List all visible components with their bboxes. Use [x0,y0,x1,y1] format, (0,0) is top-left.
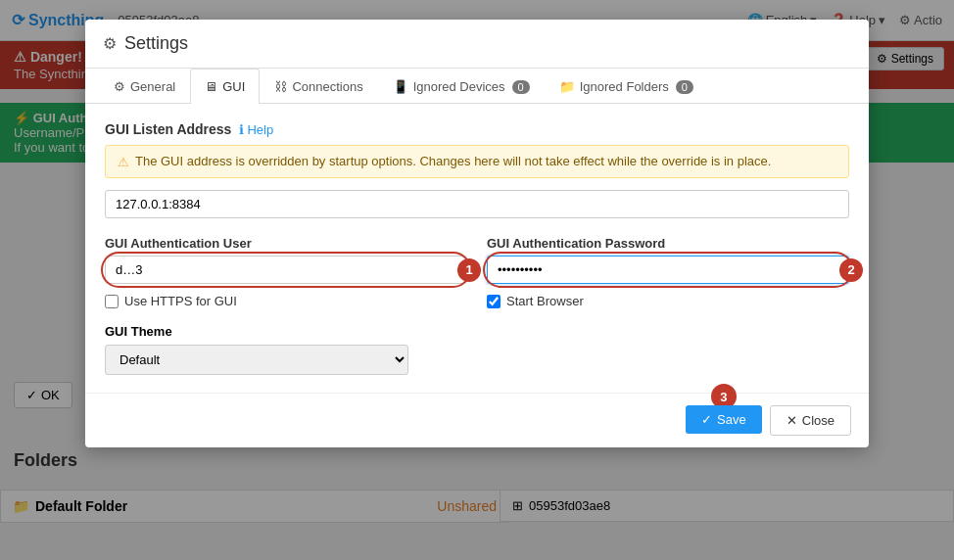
folder-icon-tab: 📁 [559,79,575,94]
modal-header: ⚙ Settings [85,20,869,69]
use-https-row: Use HTTPS for GUI [105,294,467,308]
auth-form-row: GUI Authentication User 1 Use HTTPS for … [105,236,849,308]
auth-password-label: GUI Authentication Password [487,236,849,251]
listen-address-help-link[interactable]: ℹ Help [239,122,273,137]
info-icon: ℹ [239,122,244,137]
ignored-devices-badge: 0 [512,80,530,94]
warning-text: The GUI address is overridden by startup… [135,154,771,168]
tab-connections[interactable]: ⛓ Connections [260,69,377,104]
modal-footer: 3 ✓ Save ✕ Close [85,393,869,447]
start-browser-row: Start Browser [487,294,849,308]
auth-password-input-wrapper: 2 [487,256,849,284]
auth-user-input[interactable] [105,256,467,284]
warning-box: ⚠ The GUI address is overridden by start… [105,145,849,178]
check-icon-save: ✓ [701,412,712,427]
use-https-checkbox[interactable] [105,295,119,308]
theme-select[interactable]: Default Dark Black [105,345,408,375]
gui-theme-section: GUI Theme Default Dark Black [105,324,849,375]
devices-icon: 📱 [393,79,408,94]
annotation-circle-2: 2 [839,258,863,282]
connections-icon: ⛓ [274,79,287,94]
listen-address-section-header: GUI Listen Address ℹ Help [105,121,849,137]
start-browser-checkbox[interactable] [487,295,501,308]
monitor-icon: 🖥 [205,79,217,94]
auth-password-group: GUI Authentication Password 2 Start Brow… [487,236,849,308]
modal-body: GUI Listen Address ℹ Help ⚠ The GUI addr… [85,104,869,393]
start-browser-label: Start Browser [506,294,584,308]
use-https-label: Use HTTPS for GUI [124,294,237,308]
tab-gui[interactable]: 🖥 GUI [190,69,260,104]
tab-ignored-folders[interactable]: 📁 Ignored Folders 0 [545,69,708,104]
listen-address-title: GUI Listen Address [105,121,231,137]
auth-user-input-wrapper: 1 [105,256,467,284]
times-icon: ✕ [787,413,797,428]
auth-user-label: GUI Authentication User [105,236,467,251]
tab-general[interactable]: ⚙ General [99,69,190,104]
auth-user-group: GUI Authentication User 1 Use HTTPS for … [105,236,467,308]
close-button[interactable]: ✕ Close [770,405,851,436]
gui-theme-label: GUI Theme [105,324,849,339]
listen-address-input[interactable] [105,190,849,218]
modal-title: Settings [124,33,188,54]
settings-modal: ⚙ Settings ⚙ General 🖥 GUI ⛓ Connections… [85,20,869,447]
ignored-folders-badge: 0 [676,80,693,94]
annotation-circle-1: 1 [457,258,481,282]
modal-tabs: ⚙ General 🖥 GUI ⛓ Connections 📱 Ignored … [85,69,869,104]
auth-password-input[interactable] [487,256,849,284]
warning-icon: ⚠ [118,155,129,169]
gear-icon-tab: ⚙ [114,79,125,94]
save-button-wrapper: 3 ✓ Save [686,405,762,436]
save-button[interactable]: ✓ Save [686,405,762,434]
tab-ignored-devices[interactable]: 📱 Ignored Devices 0 [378,69,545,104]
settings-gear-icon: ⚙ [103,34,117,53]
